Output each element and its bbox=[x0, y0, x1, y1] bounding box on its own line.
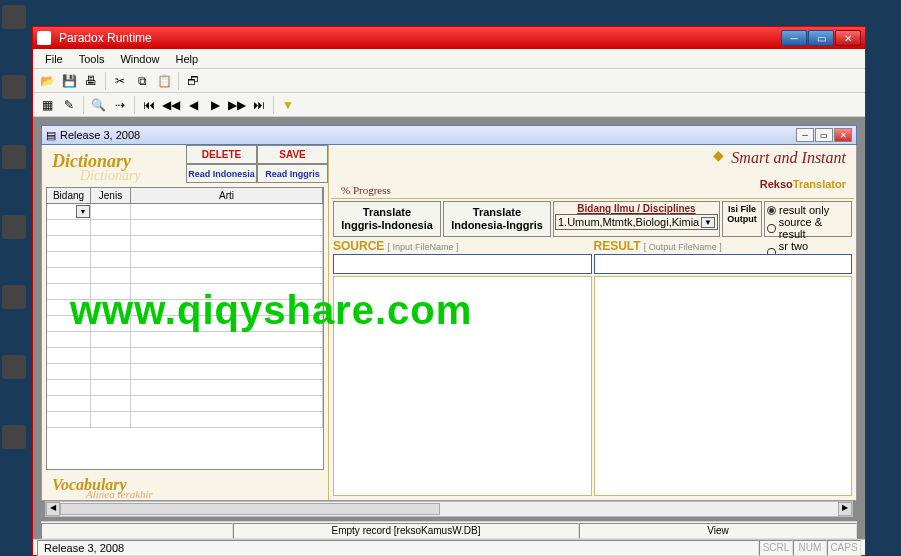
menu-help[interactable]: Help bbox=[168, 51, 207, 67]
mdi-client: ▤ Release 3, 2008 ─ ▭ ✕ Dictionary Dicti… bbox=[33, 117, 865, 539]
read-inggris-button[interactable]: Read Inggris bbox=[257, 164, 328, 183]
read-indonesia-button[interactable]: Read Indonesia bbox=[186, 164, 257, 183]
prev-icon[interactable]: ◀ bbox=[183, 95, 203, 115]
source-label: SOURCE bbox=[333, 239, 384, 253]
close-button[interactable]: ✕ bbox=[835, 30, 861, 46]
status-num: NUM bbox=[793, 540, 827, 556]
status-scrl: SCRL bbox=[759, 540, 793, 556]
translator-panel: ◆ Smart and Instant ReksoTranslator % Pr… bbox=[329, 145, 856, 500]
child-statusbar: Empty record [reksoKamusW.DB] View bbox=[41, 521, 857, 539]
col-arti[interactable]: Arti bbox=[131, 188, 323, 203]
col-jenis[interactable]: Jenis bbox=[91, 188, 131, 203]
locate-icon[interactable]: ⇢ bbox=[110, 95, 130, 115]
io-labels: SOURCE [ Input FileName ] RESULT [ Outpu… bbox=[331, 239, 854, 274]
horizontal-scrollbar[interactable]: ◀ ▶ bbox=[45, 501, 853, 517]
scroll-left-icon[interactable]: ◀ bbox=[46, 502, 60, 516]
discipline-label: Bidang Ilmu / Disciplines bbox=[555, 203, 718, 214]
scroll-right-icon[interactable]: ▶ bbox=[838, 502, 852, 516]
dictionary-grid[interactable]: Bidang Jenis Arti ▼ bbox=[46, 187, 324, 470]
result-filename-input[interactable] bbox=[594, 254, 853, 274]
window-title: Paradox Runtime bbox=[55, 31, 781, 45]
restore-icon[interactable]: 🗗 bbox=[183, 71, 203, 91]
brand-area: ◆ Smart and Instant ReksoTranslator % Pr… bbox=[331, 147, 854, 199]
result-textarea[interactable] bbox=[594, 276, 853, 496]
dictionary-panel: Dictionary Dictionary DELETE SAVE Read I… bbox=[42, 145, 329, 500]
doc-icon: ▤ bbox=[46, 129, 56, 142]
vocabulary-heading: Vocabulary Alinea terakhir bbox=[42, 474, 328, 500]
toolbar-nav: ▦ ✎ 🔍 ⇢ ⏮ ◀◀ ◀ ▶ ▶▶ ⏭ ▼ bbox=[33, 93, 865, 117]
table-row[interactable]: ▼ bbox=[47, 204, 323, 220]
print-icon[interactable]: 🖶 bbox=[81, 71, 101, 91]
child-restore-button[interactable]: ▭ bbox=[815, 128, 833, 142]
status-record: Empty record [reksoKamusW.DB] bbox=[233, 523, 579, 539]
text-areas bbox=[331, 274, 854, 498]
last-icon[interactable]: ⏭ bbox=[249, 95, 269, 115]
scroll-thumb[interactable] bbox=[60, 503, 440, 515]
design-icon[interactable]: ▦ bbox=[37, 95, 57, 115]
progress-label: % Progress bbox=[341, 184, 391, 196]
discipline-select[interactable]: 1.Umum,Mtmtk,Biologi,Kimia ▼ bbox=[555, 214, 718, 230]
radio-source-result[interactable]: source & result bbox=[767, 216, 849, 240]
paste-icon[interactable]: 📋 bbox=[154, 71, 174, 91]
desktop-icons bbox=[0, 0, 30, 556]
status-view: View bbox=[579, 523, 857, 539]
col-bidang[interactable]: Bidang bbox=[47, 188, 91, 203]
status-release: Release 3, 2008 bbox=[37, 540, 759, 556]
diamond-icon: ◆ bbox=[713, 147, 724, 163]
source-filename-input[interactable] bbox=[333, 254, 592, 274]
toolbar-main: 📂 💾 🖶 ✂ ⧉ 📋 🗗 bbox=[33, 69, 865, 93]
translate-en-id-button[interactable]: TranslateInggris-Indonesia bbox=[333, 201, 441, 237]
next-icon[interactable]: ▶ bbox=[205, 95, 225, 115]
result-label: RESULT bbox=[594, 239, 641, 253]
output-options: result only source & result sr two colum… bbox=[764, 201, 852, 237]
search-icon[interactable]: 🔍 bbox=[88, 95, 108, 115]
main-window: Paradox Runtime ─ ▭ ✕ File Tools Window … bbox=[32, 26, 866, 556]
chevron-down-icon[interactable]: ▼ bbox=[76, 205, 90, 218]
prev-set-icon[interactable]: ◀◀ bbox=[161, 95, 181, 115]
child-window-title: Release 3, 2008 bbox=[60, 129, 796, 141]
radio-result-only[interactable]: result only bbox=[767, 204, 849, 216]
chevron-down-icon[interactable]: ▼ bbox=[701, 217, 715, 228]
open-icon[interactable]: 📂 bbox=[37, 71, 57, 91]
maximize-button[interactable]: ▭ bbox=[808, 30, 834, 46]
controls-row: TranslateInggris-Indonesia TranslateIndo… bbox=[331, 199, 854, 239]
child-window-titlebar[interactable]: ▤ Release 3, 2008 ─ ▭ ✕ bbox=[41, 125, 857, 145]
menu-window[interactable]: Window bbox=[112, 51, 167, 67]
discipline-group: Bidang Ilmu / Disciplines 1.Umum,Mtmtk,B… bbox=[553, 201, 720, 237]
first-icon[interactable]: ⏮ bbox=[139, 95, 159, 115]
copy-icon[interactable]: ⧉ bbox=[132, 71, 152, 91]
brand-name: ReksoTranslator bbox=[760, 163, 846, 195]
delete-button[interactable]: DELETE bbox=[186, 145, 257, 164]
output-label: Isi File Output bbox=[722, 201, 762, 237]
menubar: File Tools Window Help bbox=[33, 49, 865, 69]
menu-tools[interactable]: Tools bbox=[71, 51, 113, 67]
app-icon bbox=[37, 31, 51, 45]
save-button[interactable]: SAVE bbox=[257, 145, 328, 164]
minimize-button[interactable]: ─ bbox=[781, 30, 807, 46]
source-textarea[interactable] bbox=[333, 276, 592, 496]
edit-icon[interactable]: ✎ bbox=[59, 95, 79, 115]
main-statusbar: Release 3, 2008 SCRL NUM CAPS bbox=[33, 539, 865, 555]
child-minimize-button[interactable]: ─ bbox=[796, 128, 814, 142]
save-icon[interactable]: 💾 bbox=[59, 71, 79, 91]
status-caps: CAPS bbox=[827, 540, 861, 556]
next-set-icon[interactable]: ▶▶ bbox=[227, 95, 247, 115]
dictionary-heading: Dictionary Dictionary bbox=[42, 145, 186, 183]
menu-file[interactable]: File bbox=[37, 51, 71, 67]
titlebar[interactable]: Paradox Runtime ─ ▭ ✕ bbox=[33, 27, 865, 49]
filter-icon[interactable]: ▼ bbox=[278, 95, 298, 115]
app-area: Dictionary Dictionary DELETE SAVE Read I… bbox=[41, 145, 857, 501]
child-close-button[interactable]: ✕ bbox=[834, 128, 852, 142]
cut-icon[interactable]: ✂ bbox=[110, 71, 130, 91]
translate-id-en-button[interactable]: TranslateIndonesia-Inggris bbox=[443, 201, 551, 237]
